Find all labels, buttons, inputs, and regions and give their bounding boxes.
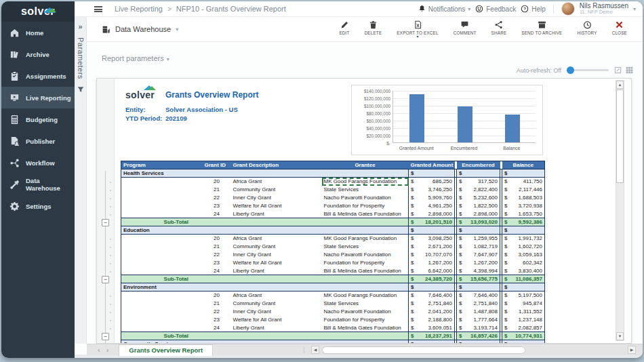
hscroll-right-icon[interactable]: ▶ bbox=[628, 346, 636, 354]
tab-scroll-separator: ⋮ bbox=[301, 346, 308, 353]
grantee-cell[interactable]: Nacho Pavarotti Foundation bbox=[322, 308, 409, 316]
sidebar-item-archive[interactable]: Archive bbox=[1, 43, 75, 65]
auto-refresh-slider[interactable] bbox=[567, 69, 609, 71]
grantee-cell[interactable]: State Services bbox=[322, 186, 409, 194]
amount-cell: $3,830,400 bbox=[502, 267, 545, 275]
trash-icon bbox=[369, 20, 378, 29]
amount-cell: $18,201,510 bbox=[409, 218, 455, 226]
collapse-group-button[interactable]: − bbox=[102, 219, 109, 226]
send-to-archive-button[interactable]: SEND TO ARCHIVE bbox=[514, 20, 569, 35]
grantee-cell[interactable]: Bill & Melinda Gates Foundation bbox=[322, 324, 409, 332]
data-warehouse-label: Data Warehouse bbox=[115, 25, 171, 33]
amount-cell: $3,720,938 bbox=[502, 202, 545, 210]
notifications-button[interactable]: Notifications ▾ bbox=[418, 5, 470, 13]
comment-button[interactable]: COMMENT bbox=[446, 20, 484, 35]
scrollbar-thumb[interactable] bbox=[616, 89, 624, 183]
history-button[interactable]: HISTORY bbox=[569, 20, 604, 35]
sidebar-item-workflow[interactable]: Workflow bbox=[1, 152, 75, 174]
user-chevron-down-icon[interactable]: ▾ bbox=[633, 6, 636, 12]
table-row: 24 Liberty Grant Bill & Melinda Gates Fo… bbox=[121, 324, 545, 332]
close-button[interactable]: CLOSE bbox=[605, 20, 635, 35]
user-menu[interactable]: Nils Rasmussen 11. NFP Demo bbox=[580, 3, 628, 15]
amount-cell: $1,267,200 bbox=[457, 259, 500, 267]
live-reporting-icon bbox=[9, 93, 20, 103]
sidebar-item-settings[interactable]: Settings bbox=[1, 195, 75, 217]
hscroll-left-icon[interactable]: ◀ bbox=[311, 346, 319, 354]
breadcrumb-separator-icon: > bbox=[167, 5, 172, 13]
period-label: YTD Period: bbox=[125, 115, 162, 122]
delete-button[interactable]: DELETE bbox=[357, 20, 390, 35]
grantee-cell[interactable]: Foundation for Prosperity bbox=[322, 316, 409, 324]
sheet-prev-icon[interactable]: ‹ bbox=[98, 346, 100, 354]
collapse-group-button[interactable]: − bbox=[102, 276, 109, 283]
share-button[interactable]: SHARE bbox=[484, 20, 515, 35]
amount-cell: $3,609,051 bbox=[409, 324, 455, 332]
vertical-scrollbar[interactable]: ▲ ▼ bbox=[616, 80, 624, 341]
amount-cell: $2,082,857 bbox=[502, 324, 545, 332]
slider-knob[interactable] bbox=[567, 66, 574, 74]
grant-description-cell: Welfare for All Grant bbox=[231, 316, 322, 324]
feedback-button[interactable]: Feedback bbox=[475, 5, 516, 13]
amount-cell: $3,746,250 bbox=[409, 186, 455, 194]
sidebar-item-home[interactable]: Home bbox=[1, 22, 75, 43]
report-parameters-toggle[interactable]: Report parameters▾ bbox=[102, 54, 169, 62]
data-warehouse-dropdown[interactable]: Data Warehouse ▾ bbox=[102, 25, 178, 34]
edit-button[interactable]: EDIT bbox=[331, 20, 357, 35]
chevron-down-icon: ▾ bbox=[167, 56, 169, 62]
help-button[interactable]: ? Help bbox=[521, 5, 546, 13]
grant-id-cell: 22 bbox=[203, 308, 231, 316]
grant-id-cell: 23 bbox=[203, 259, 231, 267]
grantee-cell[interactable]: Bill & Melinda Gates Foundation bbox=[322, 267, 409, 275]
sidebar-item-publisher[interactable]: Publisher bbox=[1, 130, 75, 152]
y-tick-label: $- bbox=[353, 141, 390, 146]
sidebar-item-assignments[interactable]: Assignments bbox=[1, 65, 75, 87]
report-page: −−− solver Grants Overview Report Entity… bbox=[96, 78, 632, 344]
hscrollbar-thumb[interactable] bbox=[322, 346, 525, 354]
grantee-cell[interactable]: Bill & Melinda Gates Foundation bbox=[322, 210, 409, 218]
sidebar-item-data-warehouse[interactable]: Data Warehouse bbox=[1, 174, 75, 195]
close-icon bbox=[615, 20, 624, 29]
grantee-cell[interactable]: State Services bbox=[322, 243, 409, 251]
grant-description-cell: Africa Grant bbox=[231, 178, 322, 186]
grantee-cell[interactable]: Nacho Pavarotti Foundation bbox=[322, 251, 409, 259]
scroll-up-icon[interactable]: ▲ bbox=[616, 81, 624, 89]
grid-view-icon[interactable] bbox=[626, 66, 633, 74]
grantee-cell[interactable]: Foundation for Prosperity bbox=[322, 202, 409, 210]
amount-cell: $1,082,719 bbox=[457, 243, 500, 251]
scroll-down-icon[interactable]: ▼ bbox=[616, 332, 624, 340]
sidebar-item-live-reporting[interactable]: Live Reporting bbox=[1, 87, 75, 108]
sidebar-item-label: Archive bbox=[26, 51, 49, 58]
grant-description-cell: Community Grant bbox=[231, 300, 322, 308]
sheet-next-icon[interactable]: › bbox=[106, 346, 109, 354]
app-logo[interactable]: solver bbox=[1, 1, 75, 22]
app-window: solver Home Archive Assignments Live Rep… bbox=[1, 1, 643, 358]
grant-id-cell: 24 bbox=[203, 267, 231, 275]
parameters-panel-collapsed[interactable]: » Parameters bbox=[75, 17, 87, 344]
breadcrumb-live-reporting[interactable]: Live Reporting bbox=[115, 5, 163, 13]
menu-icon[interactable] bbox=[94, 6, 102, 12]
edit-view-icon[interactable] bbox=[614, 66, 622, 74]
filter-icon[interactable] bbox=[77, 86, 84, 93]
sidebar-item-budgeting[interactable]: Budgeting bbox=[1, 108, 75, 130]
grantee-cell[interactable]: Foundation for Prosperity bbox=[322, 259, 409, 267]
grantee-cell[interactable]: MK Good Farangs Foundation bbox=[322, 291, 409, 300]
amount-cell: $2,188,800 bbox=[409, 316, 455, 324]
table-row: 20 Africa Grant MK Good Farangs Foundati… bbox=[121, 235, 545, 243]
amount-cell: $686,250 bbox=[409, 178, 455, 186]
collapse-group-button[interactable]: − bbox=[102, 333, 109, 340]
expand-parameters-icon[interactable]: » bbox=[78, 22, 82, 31]
amount-cell: $7,647,907 bbox=[457, 251, 500, 259]
grantee-cell[interactable]: Nacho Pavarotti Foundation bbox=[322, 194, 409, 202]
grantee-cell[interactable]: MK Good Farangs Foundation bbox=[322, 178, 409, 186]
avatar[interactable] bbox=[561, 2, 575, 16]
table-row: 23 Welfare for All Grant Foundation for … bbox=[121, 316, 545, 324]
sheet-tab-bar: ‹ › Grants Overview Report ⋮ ◀ ▶ bbox=[87, 344, 643, 355]
grantee-cell[interactable]: State Services bbox=[322, 300, 409, 308]
sheet-tab-grants-overview[interactable]: Grants Overview Report bbox=[119, 344, 213, 356]
entity-value: Solver Association - US bbox=[165, 106, 238, 113]
data-warehouse-icon bbox=[102, 25, 110, 34]
amount-cell: $2,117,446 bbox=[502, 186, 545, 194]
grantee-cell[interactable]: MK Good Farangs Foundation bbox=[322, 235, 409, 243]
table-row: 24 Liberty Grant Bill & Melinda Gates Fo… bbox=[121, 267, 545, 275]
export-to-excel-button[interactable]: EXPORT TO EXCEL ▾ bbox=[389, 20, 445, 38]
